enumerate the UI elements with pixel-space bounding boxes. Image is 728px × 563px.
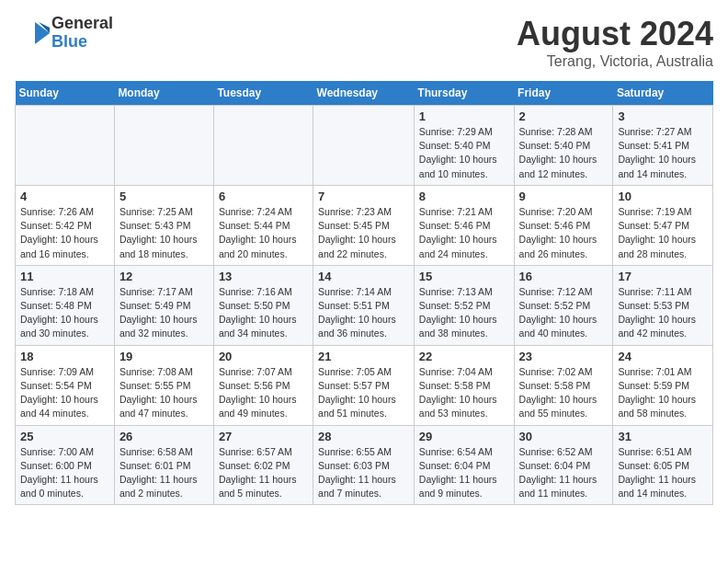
calendar-header-row: SundayMondayTuesdayWednesdayThursdayFrid… (16, 81, 713, 106)
day-number: 25 (20, 430, 109, 443)
calendar-cell: 20Sunrise: 7:07 AM Sunset: 5:56 PM Dayli… (213, 345, 313, 425)
calendar-cell: 28Sunrise: 6:55 AM Sunset: 6:03 PM Dayli… (313, 425, 415, 505)
day-info: Sunrise: 7:01 AM Sunset: 5:59 PM Dayligh… (618, 365, 708, 421)
day-info: Sunrise: 7:08 AM Sunset: 5:55 PM Dayligh… (119, 365, 209, 421)
header-saturday: Saturday (613, 81, 713, 106)
calendar-cell: 17Sunrise: 7:11 AM Sunset: 5:53 PM Dayli… (613, 265, 713, 345)
calendar-cell: 31Sunrise: 6:51 AM Sunset: 6:05 PM Dayli… (613, 425, 713, 505)
logo-text: General Blue (51, 15, 113, 52)
day-number: 6 (219, 190, 308, 203)
header-thursday: Thursday (414, 81, 514, 106)
header-friday: Friday (514, 81, 613, 106)
calendar-cell: 16Sunrise: 7:12 AM Sunset: 5:52 PM Dayli… (514, 265, 613, 345)
day-number: 14 (318, 270, 409, 283)
day-number: 20 (219, 350, 308, 363)
day-number: 2 (519, 109, 609, 123)
calendar-cell: 7Sunrise: 7:23 AM Sunset: 5:45 PM Daylig… (313, 185, 415, 265)
calendar-cell: 11Sunrise: 7:18 AM Sunset: 5:48 PM Dayli… (16, 265, 115, 345)
page-subtitle: Terang, Victoria, Australia (517, 53, 713, 70)
header-monday: Monday (114, 81, 213, 106)
header-tuesday: Tuesday (213, 81, 313, 106)
logo-general: General (51, 15, 113, 33)
calendar-cell: 18Sunrise: 7:09 AM Sunset: 5:54 PM Dayli… (16, 345, 115, 425)
logo-icon (15, 15, 51, 52)
day-number: 7 (318, 190, 409, 203)
calendar-cell: 15Sunrise: 7:13 AM Sunset: 5:52 PM Dayli… (414, 265, 514, 345)
calendar-cell: 19Sunrise: 7:08 AM Sunset: 5:55 PM Dayli… (114, 345, 213, 425)
day-info: Sunrise: 7:28 AM Sunset: 5:40 PM Dayligh… (519, 125, 609, 181)
day-info: Sunrise: 7:18 AM Sunset: 5:48 PM Dayligh… (20, 285, 109, 341)
day-info: Sunrise: 7:17 AM Sunset: 5:49 PM Dayligh… (119, 285, 209, 341)
calendar-cell (114, 106, 213, 186)
day-number: 11 (20, 270, 109, 283)
calendar-week-row: 4Sunrise: 7:26 AM Sunset: 5:42 PM Daylig… (16, 185, 713, 265)
calendar-cell: 12Sunrise: 7:17 AM Sunset: 5:49 PM Dayli… (114, 265, 213, 345)
day-number: 24 (618, 350, 708, 363)
calendar-cell: 13Sunrise: 7:16 AM Sunset: 5:50 PM Dayli… (213, 265, 313, 345)
day-number: 27 (219, 430, 308, 443)
day-number: 22 (419, 350, 509, 363)
calendar-week-row: 1Sunrise: 7:29 AM Sunset: 5:40 PM Daylig… (16, 106, 713, 186)
calendar-cell: 1Sunrise: 7:29 AM Sunset: 5:40 PM Daylig… (414, 106, 514, 186)
day-info: Sunrise: 7:09 AM Sunset: 5:54 PM Dayligh… (20, 365, 109, 421)
logo-blue: Blue (51, 33, 113, 52)
calendar-cell: 23Sunrise: 7:02 AM Sunset: 5:58 PM Dayli… (514, 345, 613, 425)
day-info: Sunrise: 7:27 AM Sunset: 5:41 PM Dayligh… (618, 125, 708, 181)
day-info: Sunrise: 7:29 AM Sunset: 5:40 PM Dayligh… (419, 125, 509, 181)
day-number: 29 (419, 430, 509, 443)
day-info: Sunrise: 6:57 AM Sunset: 6:02 PM Dayligh… (219, 445, 308, 501)
day-info: Sunrise: 7:21 AM Sunset: 5:46 PM Dayligh… (419, 205, 509, 261)
calendar-cell: 6Sunrise: 7:24 AM Sunset: 5:44 PM Daylig… (213, 185, 313, 265)
calendar-cell: 2Sunrise: 7:28 AM Sunset: 5:40 PM Daylig… (514, 106, 613, 186)
day-number: 26 (119, 430, 209, 443)
day-info: Sunrise: 6:54 AM Sunset: 6:04 PM Dayligh… (419, 445, 509, 501)
day-info: Sunrise: 7:04 AM Sunset: 5:58 PM Dayligh… (419, 365, 509, 421)
calendar-cell: 9Sunrise: 7:20 AM Sunset: 5:46 PM Daylig… (514, 185, 613, 265)
day-info: Sunrise: 7:16 AM Sunset: 5:50 PM Dayligh… (219, 285, 308, 341)
day-info: Sunrise: 7:02 AM Sunset: 5:58 PM Dayligh… (519, 365, 609, 421)
day-number: 1 (419, 109, 509, 123)
calendar-cell: 4Sunrise: 7:26 AM Sunset: 5:42 PM Daylig… (16, 185, 115, 265)
calendar-cell: 26Sunrise: 6:58 AM Sunset: 6:01 PM Dayli… (114, 425, 213, 505)
calendar-cell (313, 106, 415, 186)
day-info: Sunrise: 7:13 AM Sunset: 5:52 PM Dayligh… (419, 285, 509, 341)
logo: General Blue (15, 15, 113, 52)
day-number: 31 (618, 430, 708, 443)
calendar-cell: 29Sunrise: 6:54 AM Sunset: 6:04 PM Dayli… (414, 425, 514, 505)
day-info: Sunrise: 7:11 AM Sunset: 5:53 PM Dayligh… (618, 285, 708, 341)
calendar-week-row: 25Sunrise: 7:00 AM Sunset: 6:00 PM Dayli… (16, 425, 713, 505)
day-info: Sunrise: 7:25 AM Sunset: 5:43 PM Dayligh… (119, 205, 209, 261)
calendar-cell: 14Sunrise: 7:14 AM Sunset: 5:51 PM Dayli… (313, 265, 415, 345)
day-info: Sunrise: 7:07 AM Sunset: 5:56 PM Dayligh… (219, 365, 308, 421)
page-header: General Blue August 2024 Terang, Victori… (15, 15, 713, 70)
day-info: Sunrise: 6:55 AM Sunset: 6:03 PM Dayligh… (318, 445, 409, 501)
day-number: 30 (519, 430, 609, 443)
day-info: Sunrise: 7:23 AM Sunset: 5:45 PM Dayligh… (318, 205, 409, 261)
calendar-cell: 10Sunrise: 7:19 AM Sunset: 5:47 PM Dayli… (613, 185, 713, 265)
day-info: Sunrise: 6:58 AM Sunset: 6:01 PM Dayligh… (119, 445, 209, 501)
day-number: 8 (419, 190, 509, 203)
day-info: Sunrise: 7:14 AM Sunset: 5:51 PM Dayligh… (318, 285, 409, 341)
day-number: 16 (519, 270, 609, 283)
calendar-cell: 25Sunrise: 7:00 AM Sunset: 6:00 PM Dayli… (16, 425, 115, 505)
day-info: Sunrise: 7:24 AM Sunset: 5:44 PM Dayligh… (219, 205, 308, 261)
page-title: August 2024 (517, 15, 713, 53)
day-number: 12 (119, 270, 209, 283)
day-info: Sunrise: 7:26 AM Sunset: 5:42 PM Dayligh… (20, 205, 109, 261)
day-number: 5 (119, 190, 209, 203)
calendar-cell: 24Sunrise: 7:01 AM Sunset: 5:59 PM Dayli… (613, 345, 713, 425)
calendar-cell: 22Sunrise: 7:04 AM Sunset: 5:58 PM Dayli… (414, 345, 514, 425)
calendar-cell: 5Sunrise: 7:25 AM Sunset: 5:43 PM Daylig… (114, 185, 213, 265)
day-number: 18 (20, 350, 109, 363)
day-info: Sunrise: 7:00 AM Sunset: 6:00 PM Dayligh… (20, 445, 109, 501)
calendar-week-row: 11Sunrise: 7:18 AM Sunset: 5:48 PM Dayli… (16, 265, 713, 345)
day-info: Sunrise: 7:05 AM Sunset: 5:57 PM Dayligh… (318, 365, 409, 421)
day-number: 17 (618, 270, 708, 283)
day-info: Sunrise: 6:52 AM Sunset: 6:04 PM Dayligh… (519, 445, 609, 501)
header-sunday: Sunday (16, 81, 115, 106)
title-block: August 2024 Terang, Victoria, Australia (517, 15, 713, 70)
calendar-cell: 8Sunrise: 7:21 AM Sunset: 5:46 PM Daylig… (414, 185, 514, 265)
calendar-cell (213, 106, 313, 186)
day-number: 23 (519, 350, 609, 363)
day-number: 4 (20, 190, 109, 203)
